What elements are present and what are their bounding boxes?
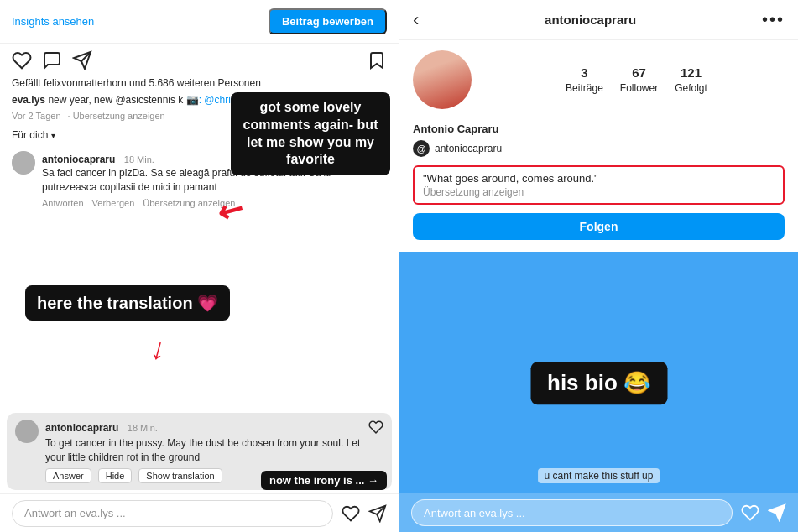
avatar-placeholder: [413, 50, 472, 109]
left-panel: Insights ansehen Beitrag bewerben Gefäll…: [0, 0, 399, 532]
trans-time: 18 Min.: [128, 423, 158, 433]
following-label: Gefolgt: [675, 82, 707, 94]
trans-avatar: [15, 420, 39, 443]
bio-box: "What goes around, comes around." Überse…: [413, 165, 785, 205]
share-icon[interactable]: [72, 50, 92, 70]
irony-annotation: now the irony is ... →: [261, 471, 387, 490]
translate-link[interactable]: · Übersetzung anzeigen: [68, 111, 165, 121]
comment-time: 18 Min.: [124, 154, 154, 164]
follow-button[interactable]: Folgen: [413, 213, 785, 240]
bottom-like-icon[interactable]: [342, 504, 360, 523]
reply-input-left[interactable]: Antwort an eva.lys ...: [12, 500, 333, 527]
action-icons-left: [12, 50, 92, 70]
reply-action[interactable]: Antworten: [42, 198, 84, 208]
profile-picture: [413, 50, 472, 109]
blue-section: his bio 😂 u cant make this stuff up Antw…: [399, 252, 798, 532]
right-panel: ‹ antoniocapraru ••• 3 Beiträge 67 Follo…: [399, 0, 798, 532]
profile-name: Antonio Capraru: [399, 119, 798, 138]
bio-translate[interactable]: Übersetzung anzeigen: [423, 186, 775, 198]
caption-text: new year, new @asicstennis k: [48, 94, 183, 106]
his-bio-annotation: his bio 😂: [530, 362, 667, 404]
posts-stat: 3 Beiträge: [566, 65, 603, 95]
following-count: 121: [675, 65, 707, 80]
svg-marker-5: [769, 505, 785, 520]
comment-username[interactable]: antoniocapraru: [42, 154, 115, 165]
arrow-down-2: ↓: [147, 330, 170, 368]
threads-icon: @: [413, 140, 430, 157]
following-stat[interactable]: 121 Gefolgt: [675, 65, 707, 95]
annotation-top: got some lovely comments again- but let …: [231, 92, 390, 175]
trans-text: To get cancer in the pussy. May the dust…: [45, 436, 362, 465]
show-translation-btn[interactable]: Show translation: [138, 468, 222, 483]
followers-stat[interactable]: 67 Follower: [620, 65, 658, 95]
followers-label: Follower: [620, 82, 658, 94]
bottom-like-icon-right[interactable]: [741, 503, 759, 522]
comment-actions: Antworten Verbergen Übersetzung anzeigen: [42, 198, 365, 208]
like-count: Gefällt felixvonmatterhorn und 5.686 wei…: [0, 77, 399, 92]
profile-header: ‹ antoniocapraru •••: [399, 0, 798, 40]
like-icon[interactable]: [12, 50, 32, 70]
followers-count: 67: [620, 65, 658, 80]
bottom-bar-right: Antwort an eva.lys ...: [399, 493, 798, 532]
hide-btn[interactable]: Hide: [98, 468, 133, 483]
fuer-dich-label: Für dich: [12, 129, 48, 141]
reply-placeholder-left: Antwort an eva.lys ...: [24, 507, 126, 519]
posts-label: Beiträge: [566, 82, 603, 94]
bottom-icons-left: [342, 504, 387, 523]
profile-section: ‹ antoniocapraru ••• 3 Beiträge 67 Follo…: [399, 0, 798, 252]
action-row: [0, 44, 399, 77]
posts-count: 3: [566, 65, 603, 80]
comment-avatar: [12, 151, 35, 175]
hide-action[interactable]: Verbergen: [92, 198, 135, 208]
bottom-bar-left: Antwort an eva.lys ...: [0, 493, 399, 532]
bottom-share-icon[interactable]: [368, 504, 387, 523]
reply-input-right[interactable]: Antwort an eva.lys ...: [411, 499, 733, 526]
profile-header-username: antoniocapraru: [545, 13, 636, 27]
more-options-button[interactable]: •••: [762, 10, 785, 29]
profile-stats: 3 Beiträge 67 Follower 121 Gefolgt: [488, 65, 785, 95]
profile-info-row: 3 Beiträge 67 Follower 121 Gefolgt: [399, 40, 798, 119]
bottom-icons-right: [741, 503, 786, 522]
answer-btn[interactable]: Answer: [45, 468, 91, 483]
promote-button[interactable]: Beitrag bewerben: [269, 8, 387, 34]
cant-make-text: u cant make this stuff up: [538, 468, 660, 483]
profile-threads-row: @ antoniocapraru: [399, 138, 798, 162]
chevron-down-icon: ▾: [51, 131, 55, 140]
reply-placeholder-right: Antwort an eva.lys ...: [424, 507, 525, 519]
annotation-mid: here the translation 💗: [25, 285, 230, 321]
trans-username[interactable]: antoniocapraru: [45, 422, 118, 434]
bio-text: "What goes around, comes around.": [423, 172, 775, 185]
post-time: Vor 2 Tagen: [12, 111, 61, 121]
bottom-share-icon-right[interactable]: [768, 503, 786, 522]
caption-username: eva.lys: [12, 94, 45, 106]
insights-button[interactable]: Insights ansehen: [12, 15, 94, 28]
back-button[interactable]: ‹: [413, 11, 419, 29]
threads-handle[interactable]: antoniocapraru: [435, 143, 502, 154]
top-bar: Insights ansehen Beitrag bewerben: [0, 0, 399, 44]
bookmark-icon[interactable]: [367, 50, 387, 70]
trans-like-icon[interactable]: [368, 420, 383, 435]
comment-icon[interactable]: [42, 50, 62, 70]
